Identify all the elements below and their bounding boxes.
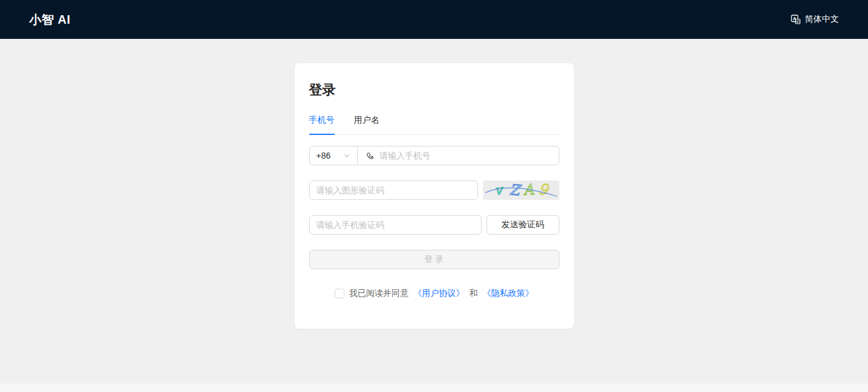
phone-number-input[interactable] bbox=[380, 151, 552, 160]
login-submit-button[interactable]: 登 录 bbox=[309, 250, 559, 269]
phone-input-group: +86 bbox=[309, 146, 559, 165]
app-logo: 小智 AI bbox=[29, 12, 70, 28]
captcha-letter: Z bbox=[508, 181, 522, 199]
tab-phone-number[interactable]: 手机号 bbox=[309, 113, 335, 134]
agreement-checkbox[interactable] bbox=[335, 289, 344, 298]
captcha-image[interactable]: v Z A 9 bbox=[483, 181, 559, 200]
phone-row: +86 bbox=[309, 146, 559, 165]
login-form: +86 bbox=[309, 146, 559, 299]
agreement-conjunction: 和 bbox=[470, 288, 478, 299]
privacy-policy-link[interactable]: 《隐私政策》 bbox=[483, 288, 534, 299]
language-label: 简体中文 bbox=[805, 14, 839, 25]
captcha-letter: v bbox=[493, 182, 505, 198]
login-card: 登录 手机号 用户名 +86 bbox=[295, 63, 574, 329]
send-code-button[interactable]: 发送验证码 bbox=[487, 215, 559, 235]
main-area: 登录 手机号 用户名 +86 bbox=[0, 39, 868, 383]
footer bbox=[0, 383, 868, 392]
captcha-row: v Z A 9 bbox=[309, 181, 559, 200]
sms-row: 发送验证码 bbox=[309, 215, 559, 235]
translate-icon: A 中 bbox=[791, 15, 801, 24]
captcha-letter: 9 bbox=[538, 181, 550, 199]
phone-icon bbox=[366, 151, 375, 160]
login-tabs: 手机号 用户名 bbox=[309, 113, 559, 135]
captcha-input[interactable] bbox=[309, 181, 478, 200]
agreement-row: 我已阅读并同意 《用户协议》 和 《隐私政策》 bbox=[309, 288, 559, 299]
user-agreement-link[interactable]: 《用户协议》 bbox=[414, 288, 465, 299]
phone-input-wrap bbox=[358, 146, 559, 165]
top-navbar: 小智 AI A 中 简体中文 bbox=[0, 0, 868, 39]
svg-text:中: 中 bbox=[796, 19, 800, 24]
chevron-down-icon bbox=[343, 152, 350, 159]
country-code-value: +86 bbox=[316, 151, 331, 160]
language-switcher[interactable]: A 中 简体中文 bbox=[791, 14, 839, 25]
country-code-select[interactable]: +86 bbox=[310, 146, 357, 165]
agreement-prefix: 我已阅读并同意 bbox=[349, 288, 409, 299]
tab-username[interactable]: 用户名 bbox=[354, 113, 380, 134]
sms-code-input[interactable] bbox=[309, 215, 482, 235]
login-title: 登录 bbox=[309, 81, 559, 99]
